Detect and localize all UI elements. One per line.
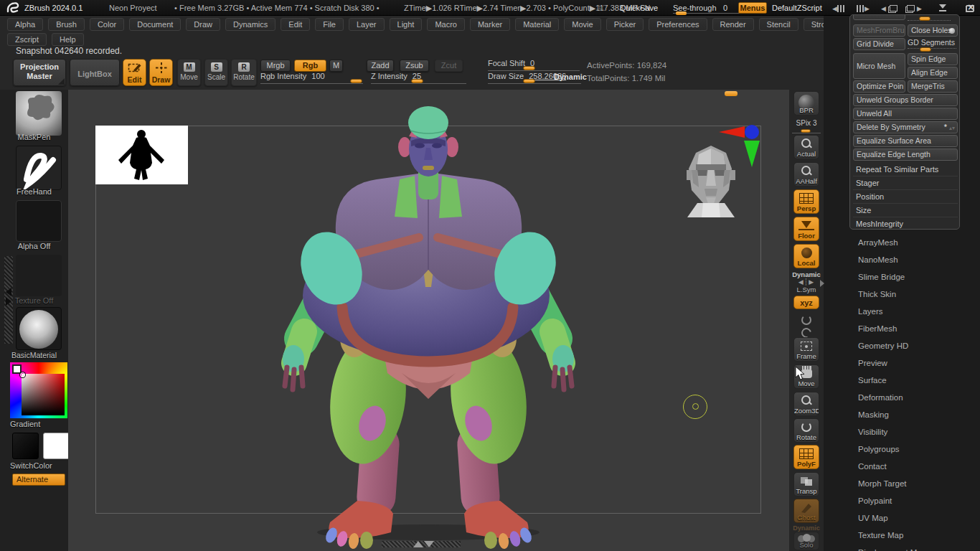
- subpalette-item[interactable]: Surface: [851, 372, 960, 389]
- optimize-points-button[interactable]: Optimize Poin: [853, 80, 905, 93]
- unweld-groups-border-button[interactable]: Unweld Groups Border: [853, 94, 958, 106]
- persp-button[interactable]: Persp: [792, 189, 821, 214]
- subpalette-item[interactable]: Displacement Map: [851, 544, 960, 551]
- subpalette-item[interactable]: Slime Bridge: [851, 268, 960, 286]
- rotate-button[interactable]: R Rotate: [231, 59, 257, 86]
- quicksave-button[interactable]: QuickSave: [620, 4, 658, 12]
- lsym-button[interactable]: ◀┊▶ L.Sym: [792, 278, 821, 293]
- rotate-canvas-button[interactable]: Rotate: [792, 418, 821, 443]
- right-tray-arrow-icon[interactable]: [820, 280, 824, 287]
- subpalette-item[interactable]: ArrayMesh: [851, 234, 960, 251]
- character-model[interactable]: [265, 93, 595, 551]
- secondary-color-swatch[interactable]: [43, 433, 70, 459]
- menu-item[interactable]: Alpha: [7, 18, 43, 31]
- floor-button[interactable]: Floor: [792, 217, 821, 241]
- solo-button[interactable]: Solo: [792, 532, 821, 550]
- menus-button[interactable]: Menus: [738, 2, 767, 14]
- menu-item[interactable]: Draw: [186, 18, 220, 31]
- color-picker-square[interactable]: [22, 374, 65, 415]
- menu-item[interactable]: Render: [712, 18, 754, 31]
- mesh-from-brush-button[interactable]: MeshFromBru: [853, 24, 905, 37]
- close-left-tray-icon[interactable]: ◀: [832, 4, 845, 12]
- default-zscript-button[interactable]: DefaultZScript: [772, 4, 822, 12]
- transp-button[interactable]: Transp: [792, 472, 821, 496]
- menu-item[interactable]: Movie: [564, 18, 600, 31]
- close-holes-button[interactable]: Close Holes: [908, 24, 958, 37]
- clipped-slider-handle[interactable]: [919, 17, 930, 21]
- subpalette-item[interactable]: Contact: [851, 458, 960, 475]
- menu-item[interactable]: File: [315, 18, 344, 31]
- open-left-tray-icon[interactable]: ▶: [857, 4, 870, 12]
- menu-item[interactable]: Marker: [470, 18, 510, 31]
- aahalf-button[interactable]: AAHalf: [792, 162, 821, 187]
- m-button[interactable]: M: [329, 60, 343, 72]
- menu-item[interactable]: Preferences: [649, 18, 707, 31]
- color-cursor[interactable]: [20, 372, 25, 377]
- polyf-button[interactable]: PolyF: [792, 445, 821, 469]
- spin-edge-button[interactable]: Spin Edge: [908, 53, 958, 65]
- subpalette-item[interactable]: Visibility: [851, 423, 960, 441]
- lightbox-button[interactable]: LightBox: [70, 59, 120, 86]
- equalize-edge-length-button[interactable]: Equalize Edge Length: [853, 149, 958, 161]
- texture-thumbnail[interactable]: [16, 255, 62, 296]
- clipped-button[interactable]: [853, 14, 905, 20]
- spin-z-button[interactable]: [792, 325, 821, 338]
- menu-item[interactable]: Color: [90, 18, 124, 31]
- subpalette-item[interactable]: Morph Target: [851, 475, 960, 492]
- stager-item[interactable]: Stager: [853, 176, 958, 190]
- menu-item[interactable]: Document: [129, 18, 181, 31]
- frame-button[interactable]: Frame: [792, 337, 821, 362]
- menu-item[interactable]: Help: [52, 33, 84, 46]
- scale-button[interactable]: S Scale: [204, 59, 228, 86]
- subpalette-item[interactable]: Thick Skin: [851, 286, 960, 303]
- bottom-divider-up-arrow-icon[interactable]: [413, 541, 423, 547]
- focal-shift-handle[interactable]: [523, 66, 535, 70]
- spix-slider[interactable]: SPix 3: [792, 119, 821, 133]
- menu-item[interactable]: Zscript: [7, 33, 47, 46]
- spin-y-button[interactable]: [792, 312, 821, 325]
- menu-item[interactable]: Edit: [281, 18, 310, 31]
- unweld-all-button[interactable]: Unweld All: [853, 108, 958, 120]
- delete-by-symmetry-button[interactable]: Delete By Symmetry * ▴▾: [853, 121, 958, 133]
- menu-item[interactable]: Light: [390, 18, 423, 31]
- x-axis-arrow[interactable]: [719, 126, 745, 138]
- subpalette-item[interactable]: FiberMesh: [851, 320, 960, 337]
- alternate-button[interactable]: Alternate: [12, 474, 65, 486]
- head[interactable]: [408, 106, 448, 176]
- zsub-button[interactable]: Zsub: [400, 60, 429, 72]
- subpalette-item[interactable]: Geometry HD: [851, 337, 960, 354]
- menu-item[interactable]: Dynamics: [225, 18, 275, 31]
- merge-tris-button[interactable]: MergeTris: [908, 80, 958, 93]
- subpalette-item[interactable]: Deformation: [851, 389, 960, 406]
- gd-segments-slider[interactable]: GD Segments: [908, 38, 956, 49]
- z-axis-ball[interactable]: [745, 125, 759, 139]
- brush-thumbnail[interactable]: [16, 91, 62, 136]
- actual-button[interactable]: Actual: [792, 135, 821, 159]
- left-tray-divider[interactable]: [4, 256, 13, 344]
- subpalette-item[interactable]: Preview: [851, 354, 960, 372]
- menu-item[interactable]: Macro: [427, 18, 465, 31]
- draw-button[interactable]: Draw: [149, 59, 173, 86]
- material-thumbnail[interactable]: [16, 307, 62, 350]
- focal-shift-slider[interactable]: Focal Shift 0: [488, 59, 580, 71]
- menu-item[interactable]: Brush: [48, 18, 85, 31]
- xyz-button[interactable]: xyz: [792, 296, 821, 309]
- z-intensity-handle[interactable]: [411, 79, 423, 83]
- projection-master-button[interactable]: Projection Master: [13, 59, 66, 86]
- zoom3d-button[interactable]: Zoom3D: [792, 392, 821, 416]
- alpha-thumbnail[interactable]: [16, 200, 62, 242]
- axis-gizmo[interactable]: [717, 124, 764, 171]
- stroke-thumbnail[interactable]: [16, 146, 62, 190]
- local-button[interactable]: Local: [792, 244, 821, 268]
- z-intensity-slider[interactable]: Z Intensity 25: [371, 72, 466, 84]
- bottom-divider-down-arrow-icon[interactable]: [424, 541, 434, 547]
- subpalette-item[interactable]: UV Map: [851, 509, 960, 527]
- zadd-button[interactable]: Zadd: [367, 60, 394, 72]
- bpr-button[interactable]: BPR: [792, 91, 821, 116]
- minimize-button[interactable]: [939, 4, 946, 11]
- subpalette-item[interactable]: Texture Map: [851, 527, 960, 544]
- main-color-swatch[interactable]: [12, 433, 39, 459]
- subpalette-item[interactable]: Polypaint: [851, 492, 960, 509]
- zcut-button[interactable]: Zcut: [435, 60, 463, 72]
- edit-button[interactable]: Edit: [123, 59, 146, 86]
